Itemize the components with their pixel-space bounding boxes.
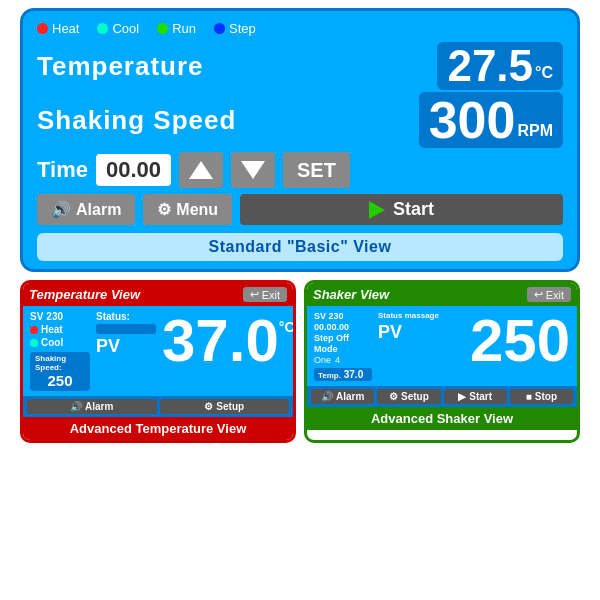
cool-status: Cool [97,21,139,36]
temp-pv-value: 37.0 [162,311,279,371]
time-row: Time 00.00 SET [37,152,563,188]
shaker-pv-value: 250 [470,311,570,371]
status-label: Status: [96,311,130,322]
heat-line: Heat [30,324,90,335]
shaker-time-value: 00.00.00 [314,322,349,332]
step-status: Step [214,21,256,36]
arrow-up-icon [189,161,213,179]
temp-panel-body: SV 230 Heat Cool Shaking Speed: 250 [23,306,293,396]
shaker-mode-label: Mode [314,344,338,354]
shaker-temp-box: Temp. 37.0 [314,368,372,381]
shaker-panel-footer: 🔊 Alarm ⚙ Setup ▶ Start ■ Stop [307,386,577,407]
shaker-setup-icon: ⚙ [389,391,398,402]
shaker-sv-line: SV 230 [314,311,372,321]
temp-panel-footer: 🔊 Alarm ⚙ Setup [23,396,293,417]
temperature-value-box: 27.5 °C [437,42,563,90]
time-value: 00.00 [96,154,171,186]
temp-caption: Advanced Temperature View [23,417,293,440]
shaker-center: Status massage PV [378,311,464,343]
shaker-setup-button[interactable]: ⚙ Setup [377,389,440,404]
status-row: Heat Cool Run Step [37,21,563,36]
temperature-row: Temperature 27.5 °C [37,42,563,90]
button-row: 🔊 Alarm ⚙ Menu Start [37,194,563,225]
alarm-button[interactable]: 🔊 Alarm [37,194,135,225]
temp-left-info: SV 230 Heat Cool Shaking Speed: 250 [30,311,90,391]
shaker-info-row: SV 230 00.00.00 Step Off Mode [314,311,570,381]
temp-info-row: SV 230 Heat Cool Shaking Speed: 250 [30,311,286,391]
run-status: Run [157,21,196,36]
shaker-stop-button[interactable]: ■ Stop [510,389,573,404]
alarm-label: Alarm [76,201,121,219]
temp-caption-label: Advanced Temperature View [70,421,247,436]
shaker-panel-header: Shaker View ↩ Exit [307,283,577,306]
gear-icon: ⚙ [157,200,171,219]
temp-center: Status: PV [96,311,156,357]
temp-exit-label: Exit [262,289,280,301]
shaker-status-label: Status massage [378,311,439,320]
shaking-speed-value-box: 300 RPM [419,92,563,148]
temperature-value: 27.5 [447,44,533,88]
cool-dot [97,23,108,34]
menu-label: Menu [176,201,218,219]
set-button[interactable]: SET [283,152,350,188]
temp-setup-icon: ⚙ [204,401,213,412]
exit-icon: ↩ [250,288,259,301]
cool-label: Cool [112,21,139,36]
menu-button[interactable]: ⚙ Menu [143,194,232,225]
temp-panel-header: Temperature View ↩ Exit [23,283,293,306]
start-label: Start [393,199,434,220]
shaking-speed-row: Shaking Speed 300 RPM [37,92,563,148]
shaker-stop-icon: ■ [526,391,532,402]
arrow-down-button[interactable] [231,152,275,188]
shaker-start-button[interactable]: ▶ Start [444,389,507,404]
shaker-alarm-button[interactable]: 🔊 Alarm [311,389,374,404]
shaker-pv-label: PV [378,322,402,343]
cool-indicator [30,339,38,347]
shaking-speed-value: 300 [429,94,516,146]
temperature-label: Temperature [37,51,204,82]
start-button[interactable]: Start [240,194,563,225]
heat-label: Heat [41,324,63,335]
shaking-speed-unit: RPM [517,122,553,140]
arrow-up-button[interactable] [179,152,223,188]
temp-exit-button[interactable]: ↩ Exit [243,287,287,302]
top-footer: Standard "Basic" View [37,233,563,261]
temp-panel-title: Temperature View [29,287,140,302]
shaker-status-label-line: Status massage [378,311,439,320]
shaker-temp-label: Temp. [318,371,341,380]
shaker-left-info: SV 230 00.00.00 Step Off Mode [314,311,372,381]
sv-line: SV 230 [30,311,90,322]
alarm-icon: 🔊 [51,200,71,219]
shaker-step-value: Off [336,333,349,343]
shaker-temp-value: 37.0 [344,369,363,380]
sv-value: 230 [46,311,63,322]
shaker-mode-line: Mode [314,344,372,354]
pv-label: PV [96,336,120,357]
shaker-sv-label: SV [314,311,326,321]
top-panel: Heat Cool Run Step Temperature 27.5 °C S… [20,8,580,272]
temp-alarm-button[interactable]: 🔊 Alarm [27,399,157,414]
shaker-start-label: Start [469,391,492,402]
shaker-exit-icon: ↩ [534,288,543,301]
shaker-mode-num: 4 [335,355,340,365]
temp-setup-button[interactable]: ⚙ Setup [160,399,290,414]
shaker-value-area: 250 [470,311,570,371]
shaker-panel: Shaker View ↩ Exit SV 230 00.00.00 Step [304,280,580,443]
shaker-exit-button[interactable]: ↩ Exit [527,287,571,302]
cool-label: Cool [41,337,63,348]
temp-setup-label: Setup [216,401,244,412]
step-label: Step [229,21,256,36]
temperature-panel: Temperature View ↩ Exit SV 230 Heat [20,280,296,443]
shaker-stop-label: Stop [535,391,557,402]
shaker-setup-label: Setup [401,391,429,402]
temp-value-area: 37.0 °C [162,311,295,371]
shaker-mode-value: One [314,355,331,365]
status-label-line: Status: [96,311,130,322]
time-label: Time [37,157,88,183]
shaking-speed-label: Shaking Speed: [35,354,85,372]
heat-dot [37,23,48,34]
shaker-panel-body: SV 230 00.00.00 Step Off Mode [307,306,577,386]
sv-label: SV [30,311,43,322]
play-icon [369,201,385,219]
heat-indicator [30,326,38,334]
